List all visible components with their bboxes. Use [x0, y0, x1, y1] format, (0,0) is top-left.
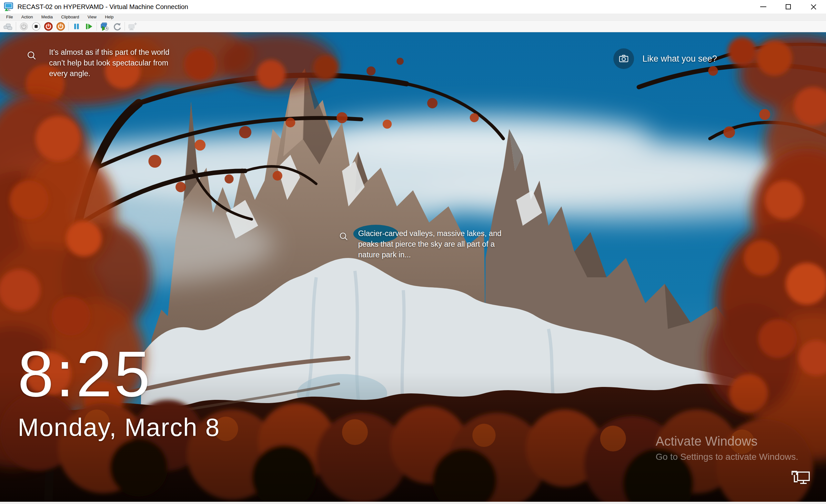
- checkpoint-icon: [100, 22, 109, 31]
- close-button[interactable]: [801, 0, 826, 13]
- enhanced-session-icon: [128, 22, 137, 31]
- ctrl-alt-del-button[interactable]: [2, 21, 14, 31]
- titlebar: RECAST-02 on HYPERVAMD - Virtual Machine…: [0, 0, 826, 13]
- shut-down-icon: [44, 22, 53, 31]
- vm-display[interactable]: It’s almost as if this part of the world…: [0, 32, 826, 502]
- spotlight-hint-top[interactable]: It’s almost as if this part of the world…: [26, 47, 169, 79]
- window-controls: [751, 0, 826, 13]
- spotlight-feedback-prompt[interactable]: Like what you see?: [613, 48, 717, 69]
- minimize-button[interactable]: [751, 0, 776, 13]
- pause-button[interactable]: [70, 21, 82, 31]
- start-icon: [19, 22, 28, 31]
- spotlight-hint-middle[interactable]: Glacier-carved valleys, massive lakes, a…: [339, 228, 501, 260]
- spotlight-hint-middle-text: Glacier-carved valleys, massive lakes, a…: [358, 228, 501, 260]
- vm-connection-window: RECAST-02 on HYPERVAMD - Virtual Machine…: [0, 0, 826, 504]
- close-icon: [811, 4, 817, 10]
- search-icon: [26, 50, 37, 79]
- menu-file[interactable]: File: [2, 14, 17, 20]
- network-icon[interactable]: [790, 469, 811, 488]
- window-bottom-border: [0, 502, 826, 504]
- window-title: RECAST-02 on HYPERVAMD - Virtual Machine…: [17, 3, 751, 11]
- activate-windows-subtitle: Go to Settings to activate Windows.: [656, 452, 798, 462]
- save-icon: [56, 22, 65, 31]
- activate-windows-watermark: Activate Windows Go to Settings to activ…: [656, 434, 798, 462]
- clock-date: Monday, March 8: [18, 413, 220, 442]
- maximize-button[interactable]: [776, 0, 801, 13]
- reset-icon: [84, 22, 93, 31]
- start-button[interactable]: [18, 21, 30, 31]
- pause-icon: [72, 22, 81, 31]
- search-icon: [339, 232, 349, 260]
- minimize-icon: [760, 6, 766, 7]
- turn-off-icon: [32, 22, 41, 31]
- camera-prompt-label: Like what you see?: [642, 54, 717, 64]
- maximize-icon: [786, 4, 791, 9]
- checkpoint-button[interactable]: [99, 21, 111, 31]
- hyperv-app-icon: [4, 2, 13, 12]
- ctrl-alt-del-icon: [3, 22, 13, 31]
- menu-help[interactable]: Help: [101, 14, 118, 20]
- toolbar-separator: [97, 22, 97, 30]
- toolbar-separator: [16, 22, 16, 30]
- reset-button[interactable]: [82, 21, 95, 31]
- menu-clipboard[interactable]: Clipboard: [57, 14, 83, 20]
- toolbar-separator: [68, 22, 69, 30]
- spotlight-hint-top-text: It’s almost as if this part of the world…: [49, 47, 169, 79]
- menu-action[interactable]: Action: [17, 14, 37, 20]
- enhanced-session-button[interactable]: [126, 21, 139, 31]
- save-button[interactable]: [55, 21, 67, 31]
- camera-icon[interactable]: [613, 48, 634, 69]
- revert-button[interactable]: [111, 21, 123, 31]
- shut-down-button[interactable]: [42, 21, 55, 31]
- revert-icon: [112, 22, 121, 31]
- toolbar: [0, 21, 826, 32]
- menu-media[interactable]: Media: [37, 14, 57, 20]
- menu-view[interactable]: View: [83, 14, 101, 20]
- activate-windows-title: Activate Windows: [656, 434, 798, 448]
- clock-time: 8:25: [18, 342, 220, 406]
- turn-off-button[interactable]: [30, 21, 42, 31]
- menubar: File Action Media Clipboard View Help: [0, 13, 826, 21]
- lock-screen-clock: 8:25 Monday, March 8: [18, 342, 220, 442]
